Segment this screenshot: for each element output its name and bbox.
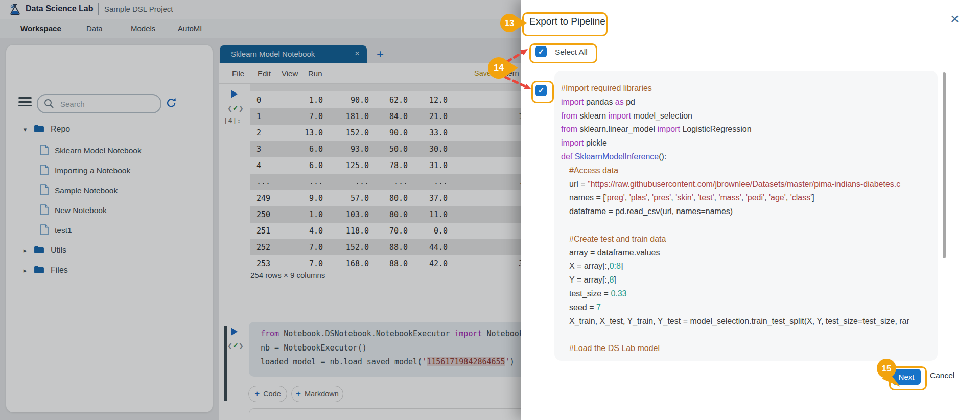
code-line: seed = 7 bbox=[554, 301, 938, 315]
cancel-button[interactable]: Cancel bbox=[930, 371, 954, 380]
code-line: #Load the DS Lab model bbox=[554, 342, 938, 356]
exported-code-preview: #Import required librariesimport pandas … bbox=[554, 71, 938, 361]
code-line bbox=[554, 328, 938, 342]
code-line bbox=[554, 219, 938, 232]
select-all-checkbox[interactable]: ✓ bbox=[535, 46, 547, 57]
code-line: X = array[:,0:8] bbox=[554, 260, 938, 273]
scrollbar-thumb[interactable] bbox=[943, 72, 946, 258]
code-line: X_train, X_test, Y_train, Y_test = model… bbox=[554, 315, 938, 329]
code-line: array = dataframe.values bbox=[554, 246, 938, 260]
close-icon[interactable]: × bbox=[950, 10, 960, 28]
code-line: #Access data bbox=[554, 164, 938, 178]
code-line: dataframe = pd.read_csv(url, names=names… bbox=[554, 205, 938, 219]
next-button[interactable]: Next bbox=[892, 369, 921, 385]
select-all-label: Select All bbox=[555, 48, 588, 57]
code-line: url = "https://raw.githubusercontent.com… bbox=[554, 178, 938, 192]
code-line: #Create test and train data bbox=[554, 232, 938, 246]
cell-select-checkbox[interactable]: ✓ bbox=[535, 85, 547, 96]
code-line: def SklearnModelInference(): bbox=[554, 150, 938, 164]
code-line: import pickle bbox=[554, 136, 938, 150]
code-line: from sklearn.linear_model import Logisti… bbox=[554, 123, 938, 136]
code-line: Y = array[:,8] bbox=[554, 273, 938, 287]
code-line: #Import required libraries bbox=[554, 82, 938, 96]
code-line: test_size = 0.33 bbox=[554, 287, 938, 301]
modal-scrim bbox=[0, 0, 521, 420]
code-line: from sklearn import model_selection bbox=[554, 109, 938, 123]
drawer-title: Export to Pipeline bbox=[529, 16, 605, 27]
code-line: import pandas as pd bbox=[554, 96, 938, 109]
code-line: names = ['preg', 'plas', 'pres', 'skin',… bbox=[554, 191, 938, 205]
